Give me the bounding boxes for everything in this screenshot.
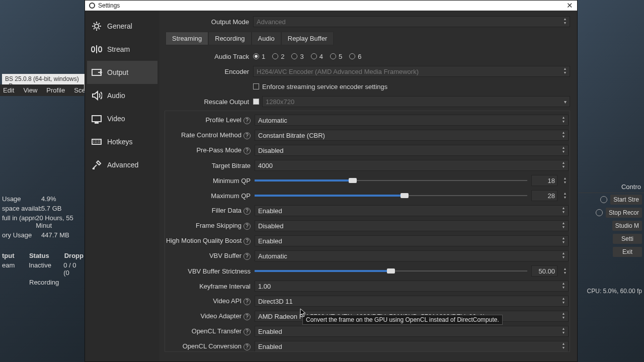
svg-rect-3	[95, 122, 98, 123]
menu-view[interactable]: View	[23, 86, 37, 94]
output-mode-dropdown[interactable]: Advanced ▲▼	[253, 16, 570, 27]
control-button[interactable]: Stop Recor	[606, 208, 642, 218]
tooltip: Convert the frame on the GPU using OpenC…	[302, 315, 503, 325]
video-api-dropdown[interactable]: Direct3D 11▲▼	[255, 296, 569, 307]
cpu-footer: CPU: 5.0%, 60.00 fp	[587, 288, 642, 295]
opencl-transfer-dropdown[interactable]: Enabled▲▼	[255, 326, 569, 337]
keyboard-icon	[91, 136, 102, 147]
keyframe-interval-input[interactable]: 1.00▲▼	[255, 281, 569, 292]
rescale-checkbox[interactable]	[253, 99, 259, 105]
help-icon[interactable]: ?	[244, 253, 251, 260]
output-icon	[91, 67, 102, 78]
settings-app-icon	[89, 3, 95, 9]
audio-track-radio-2[interactable]	[272, 53, 278, 59]
sidebar-item-stream[interactable]: Stream	[87, 38, 157, 61]
gear-icon[interactable]	[596, 209, 603, 216]
help-icon[interactable]: ?	[244, 313, 251, 320]
frame-skipping-dropdown[interactable]: Disabled▲▼	[255, 220, 569, 231]
rescale-label: Rescale Output	[165, 98, 253, 106]
svg-rect-2	[92, 116, 101, 122]
audio-track-label: Audio Track	[165, 53, 253, 60]
output-mode-label: Output Mode	[165, 18, 253, 26]
help-icon[interactable]: ?	[244, 298, 251, 305]
control-button[interactable]: Studio M	[612, 221, 642, 231]
tab-streaming[interactable]: Streaming	[166, 32, 208, 45]
audio-track-radio-1[interactable]	[253, 53, 259, 59]
svg-point-0	[95, 24, 99, 28]
sidebar-item-advanced[interactable]: Advanced	[87, 153, 157, 176]
vbv-buffer-dropdown[interactable]: Automatic▲▼	[255, 250, 569, 261]
help-icon[interactable]: ?	[244, 328, 251, 335]
audio-track-radio-5[interactable]	[330, 53, 336, 59]
audio-track-radio-4[interactable]	[311, 53, 317, 59]
output-tabs: StreamingRecordingAudioReplay Buffer	[166, 32, 570, 45]
vbv-buffer-strictness-slider[interactable]	[255, 267, 527, 275]
help-icon[interactable]: ?	[244, 343, 251, 350]
pre-pass-mode-dropdown[interactable]: Disabled▲▼	[255, 145, 569, 156]
maximum-qp-slider[interactable]	[255, 192, 527, 200]
cursor-icon	[300, 308, 306, 317]
sidebar-item-audio[interactable]: Audio	[87, 84, 157, 107]
menu-profile[interactable]: Profile	[46, 86, 65, 94]
settings-dialog: Settings ✕ GeneralStreamOutputAudioVideo…	[85, 0, 578, 362]
settings-sidebar: GeneralStreamOutputAudioVideoHotkeysAdva…	[85, 11, 159, 361]
help-icon[interactable]: ?	[244, 117, 251, 124]
settings-titlebar[interactable]: Settings ✕	[85, 1, 577, 11]
menu-edit[interactable]: Edit	[3, 86, 14, 94]
tools-icon	[91, 159, 102, 170]
high-motion-quality-boost-dropdown[interactable]: Enabled▲▼	[255, 235, 569, 246]
enforce-label: Enforce streaming service encoder settin…	[262, 83, 387, 90]
enforce-checkbox[interactable]	[253, 83, 259, 89]
minimum-qp-slider[interactable]	[255, 176, 527, 185]
audio-track-radio-3[interactable]	[291, 53, 297, 59]
control-button[interactable]: Start Stre	[610, 195, 642, 205]
tab-audio[interactable]: Audio	[252, 32, 281, 45]
help-icon[interactable]: ?	[244, 238, 251, 245]
audio-track-radio-6[interactable]	[349, 53, 355, 59]
audio-icon	[91, 90, 102, 101]
settings-title: Settings	[98, 2, 120, 9]
sidebar-item-hotkeys[interactable]: Hotkeys	[87, 130, 157, 153]
target-bitrate-input[interactable]: 4000▲▼	[255, 160, 569, 171]
help-icon[interactable]: ?	[244, 208, 251, 215]
tab-recording[interactable]: Recording	[208, 32, 251, 45]
filler-data-dropdown[interactable]: Enabled▲▼	[255, 205, 569, 216]
control-button[interactable]: Setti	[613, 234, 642, 244]
signal-icon	[91, 44, 102, 55]
help-icon[interactable]: ?	[244, 223, 251, 230]
help-icon[interactable]: ?	[244, 132, 251, 139]
opencl-conversion-dropdown[interactable]: Enabled▲▼	[255, 341, 569, 352]
help-icon[interactable]: ?	[244, 147, 251, 154]
controls-panel: ControStart StreStop RecorStudio MSettiE…	[579, 181, 644, 258]
profile-level-dropdown[interactable]: Automatic▲▼	[255, 115, 569, 126]
sidebar-item-general[interactable]: General	[87, 15, 157, 38]
control-button[interactable]: Exit	[613, 247, 642, 257]
sidebar-item-video[interactable]: Video	[87, 107, 157, 130]
video-icon	[91, 113, 102, 124]
tab-replay-buffer[interactable]: Replay Buffer	[281, 32, 334, 45]
encoder-label: Encoder	[165, 68, 253, 75]
stats-panel: Usage4.9%space available5.7 GBfull in (a…	[0, 194, 86, 287]
gear-icon[interactable]	[600, 196, 607, 203]
gear-icon	[91, 21, 102, 32]
encoder-dropdown[interactable]: H264/AVC Encoder (AMD Advanced Media Fra…	[253, 66, 570, 77]
main-menubar[interactable]: EditViewProfileScene	[0, 84, 84, 96]
rate-control-method-dropdown[interactable]: Constant Bitrate (CBR)▲▼	[255, 130, 569, 141]
rescale-dropdown[interactable]: 644x362 ▾	[262, 96, 570, 107]
settings-content: Output Mode Advanced ▲▼ StreamingRecordi…	[159, 11, 577, 361]
sidebar-item-output[interactable]: Output	[87, 61, 157, 84]
close-icon[interactable]: ✕	[567, 1, 573, 10]
